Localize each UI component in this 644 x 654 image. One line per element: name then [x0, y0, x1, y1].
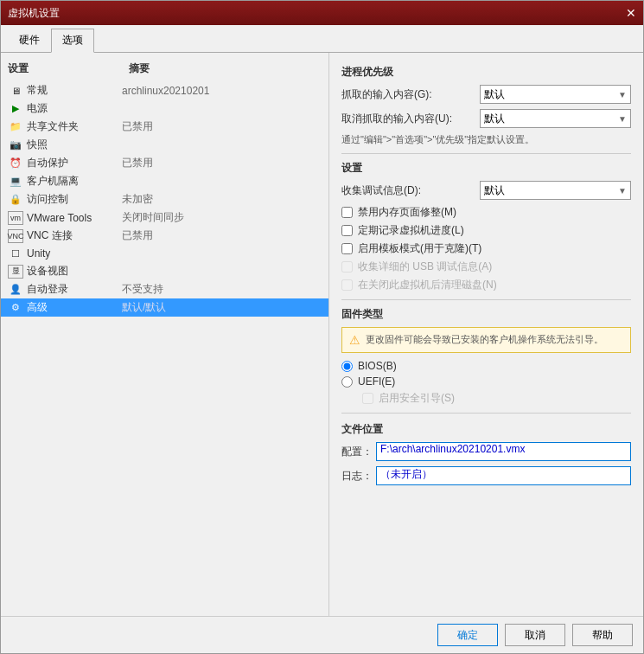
bottom-bar: 确定 取消 帮助 — [1, 616, 643, 653]
log-label: 日志： — [341, 469, 376, 484]
advanced-icon: ⚙ — [8, 301, 23, 315]
collect-debug-label: 收集调试信息(D): — [341, 183, 480, 198]
item-summary-shared-folders: 已禁用 — [122, 119, 322, 134]
checkbox-usb-debug[interactable] — [341, 261, 353, 272]
list-item-general[interactable]: 🖥 常规 archlinux20210201 — [1, 81, 328, 99]
firmware-section: 固件类型 ⚠ 更改固件可能会导致已安装的客户机操作系统无法引导。 BIOS(B)… — [341, 307, 631, 406]
item-label-vmware-tools: VMware Tools — [27, 212, 122, 224]
list-item-advanced[interactable]: ⚙ 高级 默认/默认 — [1, 298, 328, 317]
priority-note: 通过"编辑">"首选项">"优先级"指定默认设置。 — [341, 133, 631, 146]
list-item-device-view[interactable]: 显 设备视图 — [1, 262, 328, 280]
release-input-row: 取消抓取的输入内容(U): 默认 ▼ — [341, 109, 631, 128]
dialog-window: 虚拟机设置 ✕ 硬件 选项 设置 摘要 🖥 常规 archlinux202102… — [0, 0, 644, 654]
checkbox-label-4: 在关闭此虚拟机后清理磁盘(N) — [358, 278, 497, 292]
item-label-unity: Unity — [27, 247, 122, 260]
checkbox-template-mode[interactable] — [341, 243, 353, 254]
confirm-button[interactable]: 确定 — [437, 624, 498, 646]
checkbox-row-4: 在关闭此虚拟机后清理磁盘(N) — [341, 278, 631, 292]
collect-debug-row: 收集调试信息(D): 默认 ▼ — [341, 181, 631, 200]
snapshot-icon: 📷 — [8, 138, 23, 152]
item-summary-general: archlinux20210201 — [122, 85, 322, 97]
guest-isolation-icon: 💻 — [8, 175, 23, 189]
item-label-vnc: VNC 连接 — [27, 228, 122, 243]
radio-bios: BIOS(B) — [341, 360, 631, 372]
grab-input-label: 抓取的输入内容(G): — [341, 87, 480, 102]
radio-uefi: UEFI(E) — [341, 375, 631, 388]
release-input-label: 取消抓取的输入内容(U): — [341, 112, 480, 126]
release-input-select[interactable]: 默认 ▼ — [480, 109, 631, 128]
item-label-access-control: 访问控制 — [27, 192, 122, 207]
file-location-title: 文件位置 — [341, 422, 631, 437]
checkbox-row-0: 禁用内存页面修整(M) — [341, 205, 631, 220]
process-priority-title: 进程优先级 — [341, 65, 631, 80]
list-item-power[interactable]: ▶ 电源 — [1, 99, 328, 118]
item-label-advanced: 高级 — [27, 300, 122, 315]
config-value: F:\arch\archlinux20210201.vmx — [376, 442, 631, 461]
close-button[interactable]: ✕ — [626, 7, 636, 19]
device-view-icon: 显 — [8, 265, 23, 279]
vmware-tools-icon: vm — [8, 211, 23, 225]
radio-label-uefi: UEFI(E) — [358, 375, 395, 388]
radio-label-bios: BIOS(B) — [358, 360, 397, 372]
divider-2 — [341, 299, 631, 300]
settings-section: 设置 收集调试信息(D): 默认 ▼ 禁用内存页面修整(M) 定期记录虚拟机进度… — [341, 161, 631, 292]
collect-debug-value: 默认 — [484, 183, 505, 198]
process-priority-section: 进程优先级 抓取的输入内容(G): 默认 ▼ 取消抓取的输入内容(U): 默认 … — [341, 65, 631, 146]
list-item-autologin[interactable]: 👤 自动登录 不受支持 — [1, 280, 328, 298]
list-item-vnc[interactable]: VNC VNC 连接 已禁用 — [1, 227, 328, 245]
item-label-device-view: 设备视图 — [27, 264, 122, 279]
divider-3 — [341, 413, 631, 414]
checkbox-secure-boot[interactable] — [362, 393, 373, 404]
checkbox-label-3: 收集详细的 USB 调试信息(A) — [358, 260, 492, 274]
checkbox-disable-memory[interactable] — [341, 207, 353, 218]
item-label-shared-folders: 共享文件夹 — [27, 119, 122, 134]
help-button[interactable]: 帮助 — [572, 624, 633, 646]
list-item-unity[interactable]: ☐ Unity — [1, 245, 328, 262]
titlebar: 虚拟机设置 ✕ — [1, 1, 643, 25]
list-item-shared-folders[interactable]: 📁 共享文件夹 已禁用 — [1, 118, 328, 136]
list-item-vmware-tools[interactable]: vm VMware Tools 关闭时间同步 — [1, 208, 328, 227]
tab-hardware[interactable]: 硬件 — [8, 29, 51, 52]
right-panel: 进程优先级 抓取的输入内容(G): 默认 ▼ 取消抓取的输入内容(U): 默认 … — [329, 53, 643, 616]
item-label-guest-isolation: 客户机隔离 — [27, 174, 122, 189]
autologin-icon: 👤 — [8, 283, 23, 297]
item-summary-autologin: 不受支持 — [122, 282, 322, 297]
item-summary-autoprotect: 已禁用 — [122, 156, 322, 170]
left-panel: 设置 摘要 🖥 常规 archlinux20210201 ▶ 电源 📁 共享文件… — [1, 53, 329, 616]
cancel-button[interactable]: 取消 — [505, 624, 565, 646]
release-input-value: 默认 — [484, 112, 505, 126]
log-value: （未开启） — [376, 466, 631, 485]
grab-input-select[interactable]: 默认 ▼ — [480, 85, 631, 104]
grab-input-value: 默认 — [484, 87, 505, 102]
checkbox-secure-boot-row: 启用安全引导(S) — [362, 391, 631, 406]
checkbox-row-2: 启用模板模式(用于克隆)(T) — [341, 241, 631, 256]
collect-debug-select[interactable]: 默认 ▼ — [480, 181, 631, 200]
item-label-general: 常规 — [27, 83, 122, 98]
list-item-guest-isolation[interactable]: 💻 客户机隔离 — [1, 172, 328, 190]
header-summary: 摘要 — [129, 61, 322, 76]
radio-input-bios[interactable] — [341, 361, 353, 372]
item-label-power: 电源 — [27, 101, 122, 116]
checkbox-row-3: 收集详细的 USB 调试信息(A) — [341, 260, 631, 274]
checkbox-label-2: 启用模板模式(用于克隆)(T) — [358, 241, 481, 256]
item-summary-vnc: 已禁用 — [122, 228, 322, 243]
file-location-section: 文件位置 配置： F:\arch\archlinux20210201.vmx 日… — [341, 422, 631, 485]
autoprotect-icon: ⏰ — [8, 157, 23, 170]
radio-input-uefi[interactable] — [341, 376, 353, 388]
list-item-autoprotect[interactable]: ⏰ 自动保护 已禁用 — [1, 154, 328, 172]
secure-boot-sub: 启用安全引导(S) — [362, 391, 631, 406]
list-item-access-control[interactable]: 🔒 访问控制 未加密 — [1, 190, 328, 208]
checkbox-clean-disk[interactable] — [341, 279, 353, 291]
collect-debug-arrow: ▼ — [618, 186, 627, 196]
tab-options[interactable]: 选项 — [51, 29, 94, 53]
shared-folders-icon: 📁 — [8, 120, 23, 134]
checkbox-record-progress[interactable] — [341, 225, 353, 236]
titlebar-title: 虚拟机设置 — [8, 6, 60, 21]
item-label-autoprotect: 自动保护 — [27, 156, 122, 170]
unity-icon: ☐ — [8, 247, 23, 260]
log-row: 日志： （未开启） — [341, 466, 631, 485]
grab-input-row: 抓取的输入内容(G): 默认 ▼ — [341, 85, 631, 104]
item-label-snapshot: 快照 — [27, 138, 122, 152]
list-item-snapshot[interactable]: 📷 快照 — [1, 136, 328, 154]
settings-title: 设置 — [341, 161, 631, 176]
